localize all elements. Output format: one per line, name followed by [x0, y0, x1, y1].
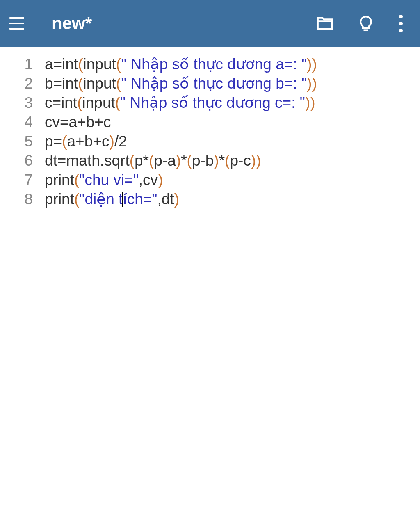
- code-line[interactable]: cv=a+b+c: [45, 112, 317, 132]
- code-token: ): [158, 171, 163, 188]
- code-token: a+b+c: [67, 133, 110, 150]
- code-line[interactable]: b=int(input(" Nhập số thực dương b=: ")): [45, 74, 317, 93]
- code-token: ): [251, 152, 256, 169]
- code-token: ): [305, 94, 310, 111]
- code-token: c=int: [45, 94, 77, 111]
- line-number: 6: [3, 151, 33, 170]
- code-token: ,cv: [139, 171, 158, 188]
- line-number: 8: [3, 189, 33, 209]
- code-token: (: [77, 94, 82, 111]
- code-token: ): [214, 152, 219, 169]
- code-token: ): [312, 56, 317, 73]
- line-number: 5: [3, 132, 33, 151]
- hamburger-menu-icon[interactable]: [7, 13, 28, 34]
- code-token: ): [312, 75, 317, 92]
- code-line[interactable]: print("diện tích=",dt): [45, 189, 317, 209]
- code-line[interactable]: p=(a+b+c)/2: [45, 132, 317, 151]
- line-number: 1: [3, 55, 33, 74]
- header-actions: [315, 11, 404, 36]
- code-token: (: [116, 75, 121, 92]
- code-token: p*: [135, 152, 149, 169]
- code-token: (: [74, 191, 79, 208]
- code-token: (: [225, 152, 230, 169]
- code-token: print: [45, 191, 74, 208]
- code-token: ): [307, 75, 312, 92]
- code-content[interactable]: a=int(input(" Nhập số thực dương a=: "))…: [39, 55, 317, 209]
- code-token: *: [219, 152, 225, 169]
- code-token: print: [45, 171, 74, 188]
- line-number: 2: [3, 74, 33, 93]
- code-token: p-b: [192, 152, 214, 169]
- code-token: *: [181, 152, 187, 169]
- code-line[interactable]: dt=math.sqrt(p*(p-a)*(p-b)*(p-c)): [45, 151, 317, 170]
- code-token: ích=": [123, 191, 157, 208]
- code-token: (: [62, 133, 67, 150]
- line-number: 3: [3, 93, 33, 112]
- code-token: ): [176, 152, 181, 169]
- file-title: new*: [52, 14, 315, 33]
- code-token: p-a: [154, 152, 176, 169]
- code-token: (: [78, 56, 83, 73]
- app-header: new*: [0, 0, 420, 47]
- more-options-icon[interactable]: [397, 11, 404, 36]
- code-token: (: [130, 152, 135, 169]
- line-number: 7: [3, 170, 33, 189]
- code-token: ): [310, 94, 315, 111]
- code-token: "diện t: [79, 191, 123, 208]
- code-token: " Nhập số thực dương c=: ": [120, 94, 305, 111]
- code-token: input: [82, 94, 115, 111]
- code-token: ): [307, 56, 312, 73]
- code-token: ): [174, 191, 179, 208]
- code-token: p-c: [230, 152, 251, 169]
- code-token: ,dt: [158, 191, 174, 208]
- code-token: (: [149, 152, 154, 169]
- code-token: input: [83, 75, 116, 92]
- code-token: (: [115, 94, 120, 111]
- code-token: ): [109, 133, 114, 150]
- code-token: " Nhập số thực dương b=: ": [121, 75, 307, 92]
- code-token: input: [83, 56, 116, 73]
- text-cursor: [122, 192, 123, 207]
- line-number-gutter: 12345678: [0, 55, 39, 209]
- code-token: b=int: [45, 75, 78, 92]
- code-token: " Nhập số thực dương a=: ": [121, 56, 307, 73]
- code-token: a=int: [45, 56, 78, 73]
- code-token: (: [187, 152, 192, 169]
- code-token: cv=a+b+c: [45, 114, 111, 130]
- code-line[interactable]: a=int(input(" Nhập số thực dương a=: ")): [45, 55, 317, 74]
- code-token: dt=math.sqrt: [45, 152, 130, 169]
- code-token: /2: [114, 133, 127, 150]
- code-token: ): [256, 152, 261, 169]
- code-token: (: [116, 56, 121, 73]
- line-number: 4: [3, 112, 33, 132]
- code-line[interactable]: c=int(input(" Nhập số thực dương c=: ")): [45, 93, 317, 112]
- code-token: (: [78, 75, 83, 92]
- lightbulb-icon[interactable]: [357, 14, 375, 32]
- folder-icon[interactable]: [315, 14, 334, 33]
- code-token: (: [74, 171, 79, 188]
- code-line[interactable]: print("chu vi=",cv): [45, 170, 317, 189]
- code-token: p=: [45, 133, 62, 150]
- code-editor[interactable]: 12345678 a=int(input(" Nhập số thực dươn…: [0, 47, 420, 209]
- code-token: "chu vi=": [79, 171, 139, 188]
